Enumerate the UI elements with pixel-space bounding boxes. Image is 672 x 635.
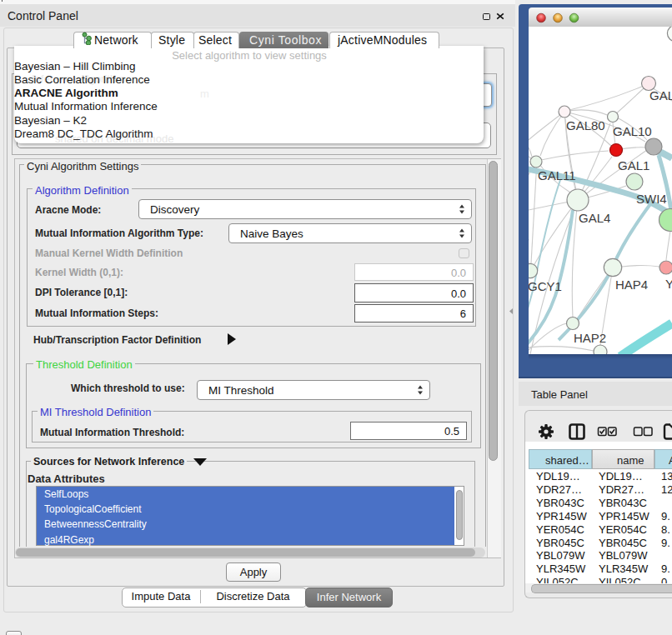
svg-text:GAL10: GAL10 — [613, 124, 652, 138]
svg-text:HAP4: HAP4 — [615, 278, 648, 292]
svg-text:SWI4: SWI4 — [636, 192, 667, 206]
svg-text:GCY1: GCY1 — [529, 279, 562, 293]
svg-text:Y: Y — [665, 277, 672, 291]
svg-text:HAP2: HAP2 — [574, 331, 606, 345]
svg-text:GAL1: GAL1 — [618, 158, 649, 172]
svg-text:GAL2: GAL2 — [649, 88, 672, 102]
svg-text:GAL11: GAL11 — [538, 168, 576, 182]
svg-text:GAL4: GAL4 — [579, 211, 610, 225]
svg-text:GAL80: GAL80 — [566, 118, 605, 132]
